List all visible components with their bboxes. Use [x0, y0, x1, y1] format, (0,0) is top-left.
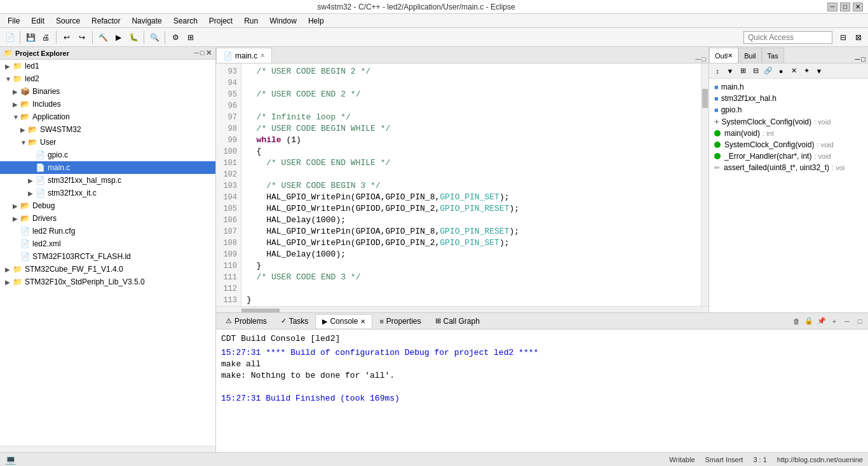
editor-scrollbar[interactable]: [701, 63, 709, 306]
minimize-button[interactable]: ─: [827, 3, 837, 11]
tree-item-user[interactable]: ▼ 📂 User: [0, 136, 215, 149]
menu-source[interactable]: Source: [51, 15, 85, 27]
assert-icon: ✏: [714, 164, 720, 172]
pe-close[interactable]: ✕: [206, 49, 212, 57]
sysclock-label: SystemClock_Config(void): [722, 117, 811, 126]
toolbar-build[interactable]: 🔨: [96, 30, 110, 44]
tree-item-stm32cube[interactable]: ▶ 📁 STM32Cube_FW_F1_V1.4.0: [0, 263, 215, 276]
bottom-tab-console[interactable]: ▶ Console ✕: [315, 314, 372, 328]
tree-item-run-cfg[interactable]: 📄 led2 Run.cfg: [0, 225, 215, 237]
outl-close[interactable]: ✕: [728, 52, 733, 59]
outline-tab-tas[interactable]: Tas: [762, 48, 784, 63]
console-scroll-lock[interactable]: 🔒: [803, 316, 815, 327]
tree-item-includes[interactable]: ▶ 📂 Includes: [0, 98, 215, 110]
outline-item-sysclock[interactable]: + SystemClock_Config(void) : void: [709, 116, 868, 128]
outline-item-hal-h[interactable]: ■ stm32f1xx_hal.h: [709, 93, 868, 104]
tree-item-hal-msp-c[interactable]: ▶ 📄 stm32f1xx_hal_msp.c: [0, 174, 215, 187]
outline-item-main[interactable]: main(void) : int: [709, 128, 868, 139]
outline-item-main-h[interactable]: ■ main.h: [709, 81, 868, 93]
pe-minimize[interactable]: ─: [194, 49, 200, 57]
outline-tab-buil[interactable]: Buil: [738, 48, 761, 63]
tree-item-gpio-c[interactable]: 📄 gpio.c: [0, 149, 215, 161]
console-minimize[interactable]: ─: [841, 316, 853, 327]
close-button[interactable]: ✕: [853, 3, 863, 11]
menu-run[interactable]: Run: [239, 15, 263, 27]
outline-settings[interactable]: ▼: [813, 65, 825, 77]
editor-tab-main-c[interactable]: 📄 main.c ✕: [216, 48, 272, 63]
led1-icon: 📁: [13, 62, 22, 70]
outline-sort[interactable]: ↕: [712, 65, 723, 77]
toolbar-run[interactable]: ▶: [111, 30, 125, 44]
toolbar-misc2[interactable]: ⊞: [184, 30, 198, 44]
window-controls[interactable]: ─ □ ✕: [827, 3, 863, 11]
scrollbar-thumb[interactable]: [702, 89, 708, 108]
outline-minimize[interactable]: ─: [855, 55, 860, 63]
bottom-tab-callgraph[interactable]: ⊞ Call Graph: [428, 314, 487, 328]
menu-file[interactable]: File: [3, 15, 25, 27]
outline-collapse[interactable]: ⊟: [750, 65, 761, 77]
outline-filter[interactable]: ▼: [724, 65, 736, 77]
outline-item-gpio-h[interactable]: ■ gpio.h: [709, 104, 868, 116]
menu-help[interactable]: Help: [303, 15, 329, 27]
toolbar-redo[interactable]: ↪: [75, 30, 89, 44]
outline-item-assert[interactable]: ✏ assert_failed(uint8_t*, uint32_t) : vo…: [709, 162, 868, 173]
editor-minimize[interactable]: ─: [696, 55, 701, 63]
bottom-tab-problems[interactable]: ⚠ Problems: [219, 314, 274, 328]
console-clear[interactable]: 🗑: [790, 316, 802, 327]
pe-maximize[interactable]: □: [200, 49, 205, 57]
tree-item-it-c[interactable]: ▶ 📄 stm32f1xx_it.c: [0, 187, 215, 199]
tree-item-main-c[interactable]: 📄 main.c: [0, 161, 215, 174]
tree-item-stdperiph[interactable]: ▶ 📁 STM32F10x_StdPeriph_Lib_V3.5.0: [0, 276, 215, 288]
toolbar-view[interactable]: ⊠: [851, 30, 865, 44]
quick-access-input[interactable]: [743, 31, 832, 44]
outline-item-sysclock2[interactable]: SystemClock_Config(void) : void: [709, 139, 868, 150]
toolbar-new[interactable]: 📄: [3, 30, 17, 44]
toolbar-save[interactable]: 💾: [24, 30, 37, 44]
menu-refactor[interactable]: Refactor: [86, 15, 125, 27]
tree-item-application[interactable]: ▼ 📂 Application: [0, 110, 215, 123]
menu-window[interactable]: Window: [264, 15, 302, 27]
toolbar-print[interactable]: 🖨: [39, 30, 53, 44]
toolbar-debug[interactable]: 🐛: [126, 30, 140, 44]
outline-dot[interactable]: ●: [775, 65, 787, 77]
center-area: 📄 main.c ✕ ─ □ 93 94 95 96 97: [216, 47, 868, 452]
menu-search[interactable]: Search: [168, 15, 203, 27]
menu-project[interactable]: Project: [204, 15, 238, 27]
tree-item-led2[interactable]: ▼ 📁 led2: [0, 72, 215, 85]
pe-hscroll[interactable]: [0, 446, 215, 452]
tree-item-flash-ld[interactable]: 📄 STM32F103RCTx_FLASH.ld: [0, 250, 215, 263]
outline-maximize[interactable]: □: [861, 55, 865, 63]
outline-item-error-handler[interactable]: _Error_Handler(char*, int) : void: [709, 150, 868, 162]
console-pin[interactable]: 📌: [816, 316, 827, 327]
tree-item-sw4stm32[interactable]: ▶ 📂 SW4STM32: [0, 123, 215, 136]
tree-item-drivers[interactable]: ▶ 📂 Drivers: [0, 212, 215, 225]
toolbar-perspective[interactable]: ⊟: [836, 30, 850, 44]
menu-edit[interactable]: Edit: [26, 15, 50, 27]
tree-item-debug[interactable]: ▶ 📂 Debug: [0, 199, 215, 212]
toolbar-undo[interactable]: ↩: [60, 30, 74, 44]
toolbar-misc1[interactable]: ⚙: [168, 30, 182, 44]
bottom-tab-properties[interactable]: ≡ Properties: [372, 314, 428, 328]
editor-hscroll[interactable]: [216, 306, 709, 312]
maximize-button[interactable]: □: [840, 3, 850, 11]
outline-cross[interactable]: ✕: [788, 65, 799, 77]
editor-maximize[interactable]: □: [702, 55, 706, 63]
tree-item-binaries[interactable]: ▶ 📦 Binaries: [0, 85, 215, 98]
stdperiph-icon: 📁: [13, 277, 22, 286]
tree-item-led1[interactable]: ▶ 📁 led1: [0, 60, 215, 72]
code-content[interactable]: /* USER CODE BEGIN 2 */ /* USER CODE END…: [241, 63, 701, 306]
console-maximize[interactable]: □: [854, 316, 865, 327]
user-label: User: [40, 138, 56, 147]
error-handler-icon: [714, 153, 721, 159]
console-new[interactable]: +: [829, 316, 840, 327]
outline-link[interactable]: 🔗: [763, 65, 774, 77]
outline-tab-outl[interactable]: Outl ✕: [709, 48, 738, 63]
outline-star[interactable]: ✦: [801, 65, 812, 77]
menu-navigate[interactable]: Navigate: [126, 15, 166, 27]
bottom-tab-tasks[interactable]: ✓ Tasks: [274, 314, 316, 328]
console-close[interactable]: ✕: [360, 318, 365, 325]
editor-tab-close[interactable]: ✕: [260, 52, 265, 59]
toolbar-search[interactable]: 🔍: [147, 30, 161, 44]
outline-expand[interactable]: ⊞: [737, 65, 749, 77]
tree-item-led2-xml[interactable]: 📄 led2.xml: [0, 237, 215, 250]
